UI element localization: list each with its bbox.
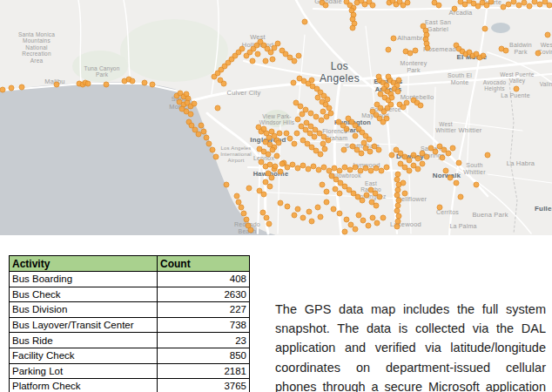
gps-point xyxy=(485,152,491,159)
paragraph-line: phones through a secure Microsoft applic… xyxy=(275,377,546,392)
gps-point xyxy=(407,168,413,174)
gps-point xyxy=(364,193,370,199)
gps-point xyxy=(292,141,298,147)
table-header-row: Activity Count xyxy=(10,256,250,272)
gps-point xyxy=(322,146,328,152)
gps-point xyxy=(267,184,273,190)
gps-point xyxy=(9,85,15,91)
gps-point xyxy=(433,149,439,155)
gps-point xyxy=(275,41,281,47)
gps-point xyxy=(402,191,408,197)
paragraph-line: The GPS data map includes the full syste… xyxy=(275,300,546,319)
gps-point xyxy=(261,192,267,198)
map-label: Los Angeles International Airport xyxy=(220,145,252,164)
gps-point xyxy=(359,151,365,157)
paragraph-line: coordinates on department-issued cellula… xyxy=(275,358,546,377)
gps-point xyxy=(389,95,395,101)
gps-point xyxy=(295,206,301,213)
gps-point xyxy=(367,137,373,143)
gps-point xyxy=(315,205,321,211)
gps-point xyxy=(234,193,240,199)
gps-point xyxy=(384,165,390,171)
gps-point xyxy=(294,131,300,137)
gps-point xyxy=(277,131,283,137)
gps-point xyxy=(300,112,306,118)
gps-point xyxy=(302,19,308,25)
gps-point xyxy=(188,112,194,118)
gps-point xyxy=(395,89,401,95)
gps-point xyxy=(420,161,426,167)
gps-point xyxy=(255,51,261,57)
gps-point xyxy=(376,147,382,153)
gps-point xyxy=(142,80,148,86)
gps-point xyxy=(384,116,390,122)
map-label: Tuna Canyon Park xyxy=(84,65,120,78)
description-paragraph: The GPS data map includes the full syste… xyxy=(275,300,546,392)
gps-point xyxy=(514,86,520,92)
gps-point xyxy=(293,100,300,106)
count-cell: 2181 xyxy=(158,363,250,379)
map-label: Baldwin Park xyxy=(509,42,532,56)
gps-point xyxy=(380,215,387,221)
gps-point xyxy=(474,182,480,188)
gps-point xyxy=(206,141,212,147)
gps-point xyxy=(318,214,324,220)
gps-point xyxy=(450,145,456,152)
gps-point xyxy=(394,224,401,230)
table-row: Bus Ride23 xyxy=(10,333,250,348)
gps-point xyxy=(337,191,343,197)
gps-point xyxy=(246,186,252,192)
gps-point xyxy=(376,74,382,80)
gps-point xyxy=(264,215,270,221)
gps-point xyxy=(452,6,458,12)
gps-point xyxy=(418,103,424,109)
table-row: Platform Check3765 xyxy=(10,379,250,392)
gps-point xyxy=(291,80,297,86)
gps-point xyxy=(374,220,380,226)
table-row: Bus Check2630 xyxy=(10,287,250,302)
gps-point xyxy=(535,51,542,57)
activity-cell: Bus Division xyxy=(10,302,158,318)
gps-point xyxy=(85,81,91,87)
table-row: Bus Boarding408 xyxy=(10,272,250,287)
map-label: Buena Park xyxy=(472,212,508,220)
gps-point xyxy=(341,147,347,153)
gps-point xyxy=(353,226,359,233)
map-label: Fullerton xyxy=(535,205,552,213)
activity-cell: Bus Layover/Transit Center xyxy=(10,317,158,333)
gps-point xyxy=(324,189,330,195)
gps-point xyxy=(309,78,315,84)
map-label: La Palma xyxy=(449,223,476,230)
gps-point xyxy=(284,131,290,137)
map-label: Monterey Park xyxy=(401,60,427,74)
gps-point xyxy=(454,180,460,186)
gps-point xyxy=(270,147,276,153)
gps-point xyxy=(213,154,219,160)
gps-point xyxy=(292,213,298,219)
gps-point xyxy=(324,114,330,120)
map-label: West Whittier xyxy=(435,121,456,134)
gps-point xyxy=(215,105,221,112)
gps-point xyxy=(300,215,306,221)
map-label: Los Angeles xyxy=(320,61,360,85)
gps-point xyxy=(295,117,301,123)
gps-point xyxy=(367,149,374,155)
gps-point xyxy=(401,180,407,186)
gps-point xyxy=(389,152,395,159)
map-label: East San Gabriel xyxy=(425,19,451,33)
map-label: Culver City xyxy=(227,90,261,98)
activity-table-body: Bus Boarding408Bus Check2630Bus Division… xyxy=(10,272,250,392)
table-row: Parking Lot2181 xyxy=(10,363,250,379)
gps-point xyxy=(296,53,302,59)
reservoir xyxy=(491,23,510,33)
gps-point xyxy=(224,182,230,188)
activity-count-table: Activity Count Bus Boarding408Bus Check2… xyxy=(9,255,250,392)
gps-point xyxy=(292,58,298,64)
gps-point xyxy=(413,48,419,54)
gps-point xyxy=(308,111,314,117)
gps-point xyxy=(19,84,25,91)
gps-point xyxy=(326,138,332,144)
table-row: Facility Check850 xyxy=(10,348,250,363)
gps-point xyxy=(150,82,156,88)
gps-point xyxy=(456,160,462,166)
